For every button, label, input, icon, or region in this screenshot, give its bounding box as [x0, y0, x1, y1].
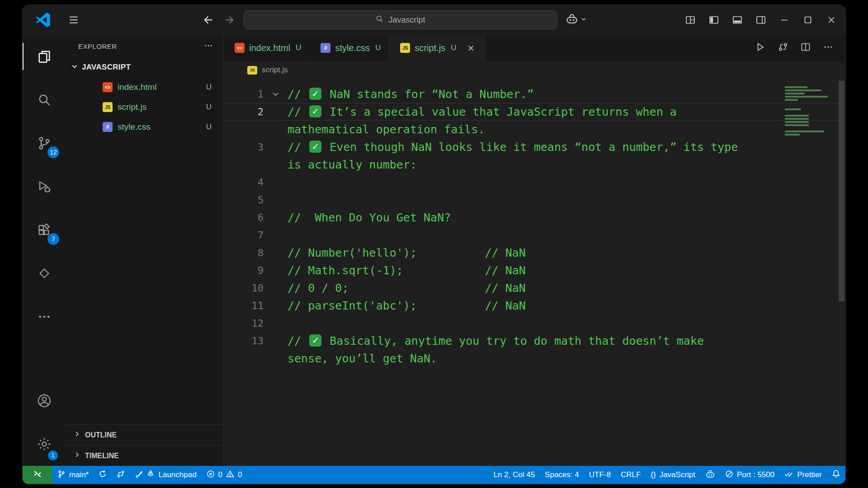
customize-layout-icon[interactable] [680, 9, 701, 30]
code-text[interactable]: // When Do You Get NaN? [288, 209, 451, 226]
code-line[interactable]: 11// parseInt('abc'); // NaN [224, 297, 845, 314]
outline-section[interactable]: OUTLINE [66, 424, 223, 445]
explorer-more-actions-icon[interactable] [203, 41, 213, 52]
minimize-button[interactable] [774, 9, 795, 30]
copilot-button[interactable] [566, 13, 587, 27]
search-activity-icon[interactable] [23, 78, 66, 122]
line-number[interactable]: 5 [224, 191, 264, 209]
line-number[interactable]: 3 [224, 138, 264, 156]
line-number[interactable] [224, 121, 264, 138]
code-line[interactable]: 4 [224, 174, 845, 191]
tab-script-js[interactable]: JS script.js U [389, 35, 486, 61]
close-tab-icon[interactable] [464, 42, 477, 54]
line-number[interactable]: 13 [224, 332, 264, 350]
line-col-item[interactable]: Ln 2, Col 45 [488, 466, 540, 484]
menu-icon[interactable] [63, 9, 84, 30]
code-text[interactable]: // ✓ Even though NaN looks like it means… [288, 138, 738, 156]
more-views-icon[interactable] [23, 295, 66, 338]
settings-gear-icon[interactable]: 1 [23, 422, 66, 466]
line-number[interactable]: 4 [224, 174, 264, 191]
status-bar: main* [23, 466, 845, 484]
line-number[interactable] [224, 156, 264, 174]
code-line[interactable]: 10// 0 / 0; // NaN [224, 279, 845, 297]
scrollbar-thumb[interactable] [839, 81, 844, 301]
remote-indicator[interactable] [23, 466, 52, 484]
compare-changes-icon[interactable] [778, 42, 788, 54]
code-line[interactable]: 13// ✓ Basically, anytime you try to do … [224, 332, 845, 367]
language-item[interactable]: {} JavaScript [646, 466, 700, 484]
breadcrumb-item-file[interactable]: script.js [262, 66, 288, 75]
code-text[interactable]: // ✓ Basically, anytime you try to do ma… [288, 332, 704, 350]
maximize-button[interactable] [797, 9, 818, 30]
code-lines: 1// ✓ NaN stands for “Not a Number.”2// … [224, 85, 845, 367]
code-text[interactable]: is actually number: [288, 156, 417, 174]
editor[interactable]: 1// ✓ NaN stands for “Not a Number.”2// … [224, 79, 845, 466]
code-line[interactable]: 2// ✓ It’s a special value that JavaScri… [224, 103, 845, 138]
code-line[interactable]: 8// Number('hello'); // NaN [224, 244, 845, 262]
account-icon[interactable] [23, 379, 66, 422]
timeline-section[interactable]: TIMELINE [66, 445, 223, 466]
line-number[interactable]: 6 [224, 209, 264, 226]
code-text[interactable]: // parseInt('abc'); // NaN [288, 297, 526, 314]
problems-item[interactable]: 0 0 [202, 466, 247, 484]
code-line[interactable]: 5 [224, 191, 845, 209]
toggle-primary-sidebar-icon[interactable] [703, 9, 724, 30]
code-text[interactable]: sense, you’ll get NaN. [288, 350, 437, 367]
toggle-secondary-sidebar-icon[interactable] [750, 9, 771, 30]
close-button[interactable] [821, 9, 842, 30]
formatter-item[interactable]: Prettier [779, 466, 827, 484]
forward-button[interactable] [223, 14, 236, 26]
code-text[interactable]: // ✓ NaN stands for “Not a Number.” [288, 85, 534, 103]
launchpad-item[interactable]: Launchpad [130, 466, 201, 484]
code-line[interactable]: 6// When Do You Get NaN? [224, 209, 845, 226]
line-number[interactable]: 1 [224, 85, 264, 103]
sync-changes-item[interactable] [94, 466, 112, 484]
git-graph-item[interactable] [112, 466, 130, 484]
code-text[interactable]: mathematical operation fails. [288, 121, 485, 138]
branch-item[interactable]: main* [52, 466, 94, 484]
eol-item[interactable]: CRLF [616, 466, 646, 484]
line-number[interactable]: 7 [224, 226, 264, 244]
code-line[interactable]: 1// ✓ NaN stands for “Not a Number.” [224, 85, 845, 103]
code-line[interactable]: 3// ✓ Even though NaN looks like it mean… [224, 138, 845, 174]
file-item-index-html[interactable]: <> index.html U [66, 77, 223, 97]
explorer-activity-icon[interactable] [23, 35, 66, 78]
tab-style-css[interactable]: # style.css U [310, 35, 389, 61]
line-number[interactable]: 9 [224, 262, 264, 279]
fold-chevron-icon[interactable] [264, 85, 288, 103]
notifications-item[interactable] [827, 466, 845, 484]
code-line[interactable]: 9// Math.sqrt(-1); // NaN [224, 262, 845, 279]
code-text[interactable]: // ✓ It’s a special value that JavaScrip… [288, 103, 677, 121]
code-text[interactable]: // Number('hello'); // NaN [288, 244, 526, 262]
run-button[interactable] [755, 42, 766, 54]
line-number[interactable]: 8 [224, 244, 264, 262]
run-debug-activity-icon[interactable] [23, 165, 66, 208]
line-number[interactable]: 10 [224, 279, 264, 297]
encoding-item[interactable]: UTF-8 [584, 466, 616, 484]
back-button[interactable] [202, 14, 215, 26]
indentation-item[interactable]: Spaces: 4 [540, 466, 584, 484]
code-line[interactable]: 12 [224, 314, 845, 332]
live-preview-activity-icon[interactable] [23, 252, 66, 295]
file-item-style-css[interactable]: # style.css U [66, 117, 223, 137]
copilot-status-item[interactable] [700, 466, 720, 484]
file-item-script-js[interactable]: JS script.js U [66, 97, 223, 117]
command-center-search[interactable]: Javascript [244, 10, 557, 29]
tab-index-html[interactable]: <> index.html U [224, 35, 310, 61]
split-editor-icon[interactable] [800, 42, 811, 54]
toggle-panel-icon[interactable] [727, 9, 748, 30]
code-text[interactable]: // 0 / 0; // NaN [288, 279, 526, 297]
editor-more-actions-icon[interactable] [823, 42, 834, 54]
minimap[interactable] [785, 86, 835, 136]
code-line[interactable]: 7 [224, 226, 845, 244]
line-number[interactable]: 12 [224, 314, 264, 332]
extensions-activity-icon[interactable]: 7 [23, 208, 66, 252]
line-number[interactable]: 11 [224, 297, 264, 314]
code-text[interactable]: // Math.sqrt(-1); // NaN [288, 262, 526, 279]
line-number[interactable]: 2 [224, 103, 264, 121]
scrollbar[interactable] [837, 79, 845, 466]
folder-header-javascript[interactable]: JAVASCRIPT [66, 57, 223, 77]
source-control-activity-icon[interactable]: 12 [23, 122, 66, 165]
port-item[interactable]: Port : 5500 [720, 466, 779, 484]
line-number[interactable] [224, 350, 264, 367]
